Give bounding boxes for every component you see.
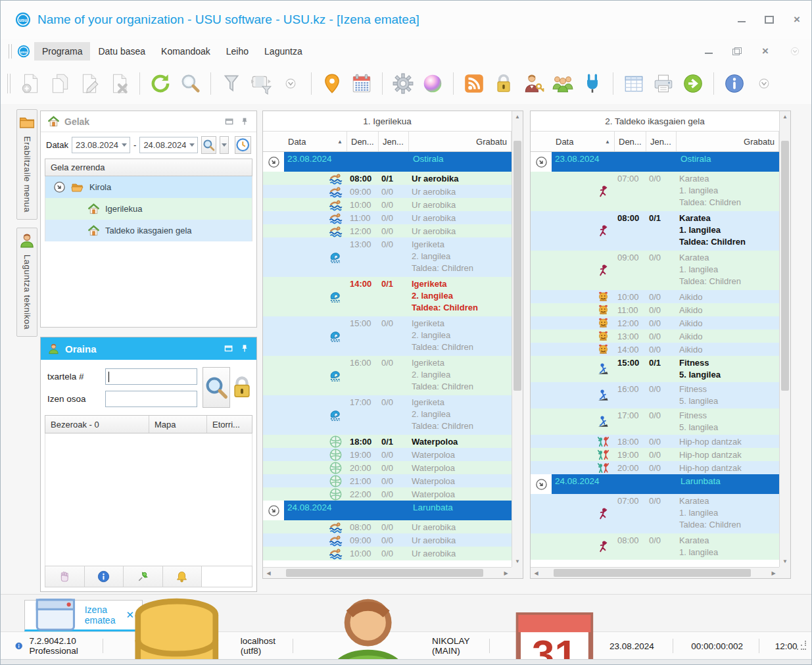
- more-tools-icon[interactable]: [278, 71, 303, 96]
- schedule-row[interactable]: 20:000/0Waterpoloa: [263, 461, 512, 474]
- menu-komandoak[interactable]: Komandoak: [153, 42, 218, 61]
- column-visits[interactable]: Etorri...: [207, 416, 252, 433]
- notify-button[interactable]: [163, 566, 203, 587]
- mdi-menu-icon[interactable]: [789, 45, 801, 57]
- edit-record-icon[interactable]: [77, 71, 102, 96]
- print-icon[interactable]: [651, 71, 676, 96]
- mdi-close-button[interactable]: ×: [760, 47, 771, 56]
- schedule-row[interactable]: 09:000/0Ur aerobika: [263, 185, 512, 198]
- info-icon[interactable]: [15, 639, 22, 653]
- info-button[interactable]: [85, 566, 124, 587]
- date-group-row[interactable]: 23.08.2024Ostirala: [531, 152, 779, 172]
- more-toolbar-icon[interactable]: [752, 71, 776, 96]
- date-from-select[interactable]: 23.08.2024: [72, 137, 130, 153]
- lock-icon[interactable]: [229, 374, 255, 401]
- maximize-button[interactable]: [764, 15, 775, 24]
- schedule-row[interactable]: 11:000/0Ur aerobika: [263, 211, 512, 224]
- column-header-grabatu[interactable]: Grabatu: [677, 132, 779, 151]
- toolbar-grip[interactable]: [7, 74, 11, 93]
- schedule-row[interactable]: 17:000/0Fitness5. langilea: [531, 408, 779, 435]
- schedule-row[interactable]: 13:000/0Igeriketa2. langileaTaldea: Chil…: [263, 237, 512, 277]
- schedule-row[interactable]: 07:000/0Karatea1. langileaTaldea: Childr…: [531, 172, 779, 211]
- client-search-button[interactable]: [203, 367, 230, 408]
- export-icon[interactable]: [681, 71, 705, 96]
- panel-pin-icon[interactable]: [239, 116, 250, 127]
- pin-button[interactable]: [124, 566, 163, 587]
- appearance-icon[interactable]: [420, 71, 445, 96]
- schedule-row[interactable]: 22:000/0Waterpoloa: [263, 487, 512, 501]
- column-map[interactable]: Mapa: [149, 416, 207, 433]
- schedule-row[interactable]: 08:000/1Karatea1. langileaTaldea: Childr…: [531, 211, 779, 251]
- settings-icon[interactable]: [391, 71, 416, 96]
- panel-maximize-icon[interactable]: [224, 116, 235, 127]
- schedule-row[interactable]: 16:000/0Fitness5. langilea: [531, 382, 779, 408]
- collapse-group-icon[interactable]: [535, 156, 548, 168]
- rss-icon[interactable]: [462, 71, 487, 96]
- apply-search-button[interactable]: [201, 136, 216, 154]
- date-group-row[interactable]: 24.08.2024Larunbata: [263, 501, 512, 520]
- time-button[interactable]: [235, 136, 251, 154]
- filter-icon[interactable]: [219, 71, 244, 96]
- resize-grip[interactable]: [797, 641, 803, 651]
- schedule-row[interactable]: 08:000/0Karatea1. langilea: [531, 533, 779, 560]
- panel-maximize-icon[interactable]: [224, 343, 234, 354]
- vertical-scrollbar[interactable]: ▲▼: [779, 111, 790, 567]
- chevron-down-icon[interactable]: [186, 137, 197, 153]
- menu-laguntza[interactable]: Laguntza: [256, 42, 310, 61]
- schedule-row[interactable]: 20:000/0Hip-hop dantzak: [531, 461, 779, 474]
- location-icon[interactable]: [320, 71, 345, 96]
- collapse-group-icon[interactable]: [535, 478, 548, 491]
- mdi-restore-button[interactable]: [732, 47, 742, 55]
- lock-icon[interactable]: [491, 71, 516, 96]
- mdi-minimize-button[interactable]: [704, 47, 714, 56]
- menu-programa[interactable]: Programa: [34, 42, 90, 61]
- schedule-row[interactable]: 15:000/0Igeriketa2. langileaTaldea: Chil…: [263, 316, 512, 356]
- column-header-grabatu[interactable]: Grabatu: [409, 132, 512, 151]
- horizontal-scrollbar[interactable]: ◀▶: [531, 567, 779, 578]
- schedule-row[interactable]: 14:000/1Igeriketa2. langileaTaldea: Chil…: [263, 277, 512, 316]
- scroll-right-icon[interactable]: ▶: [768, 570, 779, 576]
- schedule-row[interactable]: 14:000/0Aikido: [531, 343, 779, 356]
- card-number-input[interactable]: [105, 368, 197, 385]
- chevron-down-icon[interactable]: [118, 137, 130, 153]
- column-header-den[interactable]: Den...: [615, 132, 646, 151]
- schedule-row[interactable]: 13:000/0Aikido: [531, 330, 779, 343]
- panel-pin-icon[interactable]: [239, 343, 250, 354]
- date-to-select[interactable]: 24.08.2024: [139, 137, 198, 153]
- info-icon[interactable]: [722, 71, 747, 96]
- search-icon[interactable]: [178, 71, 203, 96]
- hand-button[interactable]: [45, 566, 85, 587]
- user-access-icon[interactable]: [521, 71, 546, 96]
- schedule-row[interactable]: 18:000/1Waterpoloa: [263, 435, 512, 448]
- collapse-icon[interactable]: [53, 181, 66, 193]
- plugin-icon[interactable]: [580, 71, 605, 96]
- vertical-scrollbar[interactable]: ▲▼: [512, 111, 523, 567]
- calendar-icon[interactable]: [349, 71, 374, 96]
- schedule-row[interactable]: 09:000/0Ur aerobika: [263, 533, 512, 547]
- menu-datu-basea[interactable]: Datu basea: [90, 42, 153, 61]
- schedule-row[interactable]: 21:000/0Waterpoloa: [263, 474, 512, 487]
- schedule-row[interactable]: 12:000/0Aikido: [531, 316, 779, 330]
- users-group-icon[interactable]: [550, 71, 575, 96]
- menu-grip[interactable]: [9, 44, 12, 59]
- horizontal-scrollbar[interactable]: ◀▶: [263, 567, 512, 578]
- schedule-row[interactable]: 07:000/0Karatea1. langileaTaldea: Childr…: [531, 494, 779, 533]
- tree-item-igerilekua[interactable]: Igerilekua: [45, 198, 252, 220]
- scroll-thumb[interactable]: [513, 141, 521, 391]
- delete-record-icon[interactable]: [107, 71, 131, 96]
- column-header-data[interactable]: Data▲: [552, 132, 615, 151]
- schedule-row[interactable]: 18:000/0Hip-hop dantzak: [531, 435, 779, 448]
- scroll-right-icon[interactable]: ▶: [500, 570, 512, 576]
- schedule-row[interactable]: 09:000/0Karatea1. langileaTaldea: Childr…: [531, 251, 779, 290]
- scroll-down-icon[interactable]: ▼: [512, 556, 523, 567]
- minimize-button[interactable]: [736, 15, 747, 24]
- scroll-left-icon[interactable]: ◀: [263, 570, 274, 576]
- column-clients[interactable]: Bezeroak - 0: [45, 416, 149, 433]
- scroll-left-icon[interactable]: ◀: [531, 570, 542, 576]
- menu-leiho[interactable]: Leiho: [218, 42, 256, 61]
- scroll-thumb[interactable]: [781, 141, 789, 391]
- schedule-row[interactable]: 08:000/1Ur aerobika: [263, 172, 512, 185]
- schedule-row[interactable]: 12:000/0Ur aerobika: [263, 224, 512, 237]
- collapse-group-icon[interactable]: [268, 156, 280, 168]
- collapse-group-icon[interactable]: [268, 505, 280, 517]
